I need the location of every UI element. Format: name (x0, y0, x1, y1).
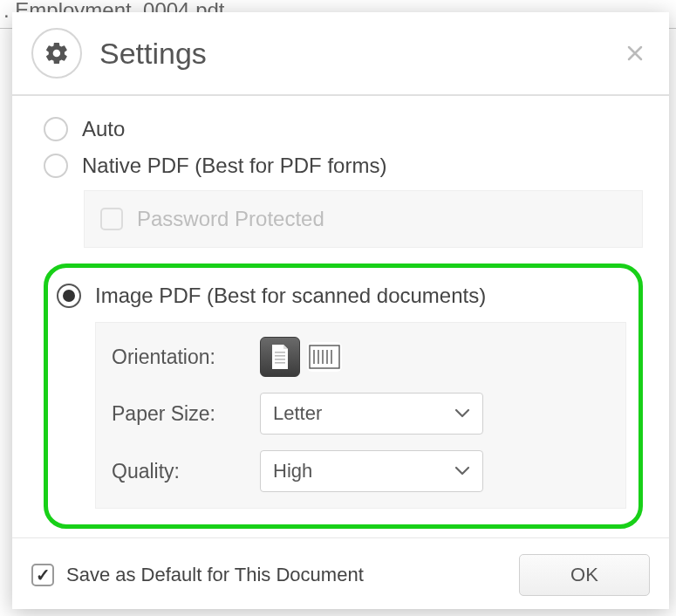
close-icon (625, 43, 645, 64)
save-default-label: Save as Default for This Document (66, 564, 507, 586)
option-auto[interactable]: Auto (44, 117, 643, 141)
orientation-row: Orientation: (112, 337, 610, 377)
native-sub-panel: Password Protected (84, 190, 643, 248)
portrait-page-icon (270, 344, 290, 370)
option-native-pdf[interactable]: Native PDF (Best for PDF forms) (44, 154, 643, 178)
radio-icon (44, 154, 68, 178)
paper-size-select[interactable]: Letter (260, 393, 483, 435)
quality-select[interactable]: High (260, 450, 483, 492)
image-pdf-settings-panel: Orientation: (95, 322, 626, 509)
svg-rect-2 (275, 359, 285, 360)
quality-row: Quality: High (112, 450, 610, 492)
svg-rect-3 (275, 362, 285, 364)
option-auto-label: Auto (82, 117, 125, 141)
paper-size-row: Paper Size: Letter (112, 393, 610, 435)
gear-icon (31, 28, 82, 79)
radio-icon (44, 117, 68, 141)
landscape-page-icon (309, 345, 340, 369)
modal-title: Settings (99, 37, 603, 71)
password-checkbox (100, 208, 123, 230)
paper-size-label: Paper Size: (112, 402, 260, 426)
modal-footer: Save as Default for This Document OK (12, 537, 669, 612)
ok-button[interactable]: OK (519, 554, 650, 596)
password-protected-row: Password Protected (100, 202, 626, 236)
chevron-down-icon (454, 408, 470, 419)
orientation-buttons (260, 337, 342, 377)
close-button[interactable] (620, 38, 650, 68)
orientation-label: Orientation: (112, 346, 260, 369)
svg-rect-0 (275, 352, 285, 353)
chevron-down-icon (454, 466, 470, 476)
modal-header: Settings (12, 12, 669, 96)
radio-icon (57, 284, 81, 308)
settings-modal: Settings Auto Native PDF (Best for PDF f… (12, 12, 669, 609)
password-label: Password Protected (137, 207, 324, 231)
quality-value: High (273, 460, 312, 483)
orientation-portrait-button[interactable] (260, 337, 300, 377)
image-pdf-highlight: Image PDF (Best for scanned documents) O… (44, 264, 643, 529)
option-image-label: Image PDF (Best for scanned documents) (95, 284, 486, 308)
modal-body: Auto Native PDF (Best for PDF forms) Pas… (12, 96, 669, 537)
quality-label: Quality: (112, 460, 260, 483)
paper-size-value: Letter (273, 402, 322, 425)
orientation-landscape-button[interactable] (307, 342, 342, 372)
svg-rect-1 (275, 355, 285, 357)
save-default-checkbox[interactable] (31, 564, 54, 586)
option-image-pdf[interactable]: Image PDF (Best for scanned documents) (57, 284, 626, 308)
option-native-label: Native PDF (Best for PDF forms) (82, 154, 386, 178)
